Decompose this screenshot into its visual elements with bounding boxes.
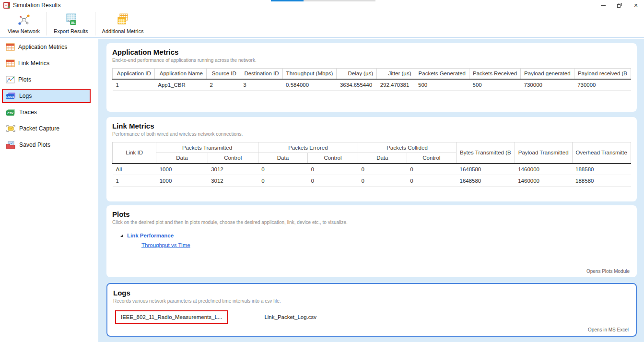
table-header-row: Application ID Application Name Source I… xyxy=(113,69,631,79)
csv-icon: CSV xyxy=(6,108,16,116)
column-header[interactable]: Data xyxy=(156,153,208,164)
column-group-header[interactable]: Packets Errored xyxy=(258,142,358,153)
card-title: Application Metrics xyxy=(112,48,631,56)
tree-expander-icon[interactable] xyxy=(120,234,124,237)
table-row[interactable]: All 1000 3012 0 0 0 0 1648580 1460000 18… xyxy=(113,164,631,175)
tree-group-link-performance[interactable]: Link Performance xyxy=(120,233,631,238)
sidebar-item-plots[interactable]: Plots xyxy=(2,72,91,87)
cell: 1460000 xyxy=(515,175,572,187)
app-icon xyxy=(3,2,10,9)
sidebar: Application Metrics Link Metrics Plots L… xyxy=(0,39,98,342)
export-excel-icon: XL xyxy=(63,13,79,26)
packet-capture-icon xyxy=(6,125,16,132)
table-red-icon xyxy=(6,59,15,67)
additional-metrics-button[interactable]: Additional Metrics xyxy=(96,11,150,37)
tree-group-label[interactable]: Link Performance xyxy=(127,233,174,238)
column-header[interactable]: Throughput (Mbps) xyxy=(282,69,337,79)
cell: 0 xyxy=(407,175,456,187)
window-controls: × xyxy=(595,0,644,11)
sidebar-item-label: Plots xyxy=(18,76,31,83)
sidebar-item-traces[interactable]: CSV Traces xyxy=(2,105,91,119)
cell: 188580 xyxy=(572,164,631,175)
cell: 0 xyxy=(258,175,307,187)
column-header[interactable]: Control xyxy=(308,153,358,164)
logs-badge-text: LOGS xyxy=(6,95,14,98)
column-header[interactable]: Data xyxy=(358,153,407,164)
logs-icon: LOGS xyxy=(6,92,16,100)
column-header[interactable]: Jitter (µs) xyxy=(377,69,415,79)
plots-footer-note: Opens Plots Module xyxy=(586,269,630,274)
cell: 2 xyxy=(206,79,240,91)
xl-badge-text: XL xyxy=(71,21,76,25)
column-header[interactable]: Application ID xyxy=(113,69,155,79)
card-subtitle: Records various network parameters at pr… xyxy=(113,298,630,304)
minimize-button[interactable] xyxy=(595,0,611,11)
plots-card: Plots Click on the desired plot and then… xyxy=(106,205,637,277)
log-file-link-packet-log[interactable]: Link_Packet_Log.csv xyxy=(264,314,316,320)
application-metrics-table: Application ID Application Name Source I… xyxy=(112,68,631,91)
view-network-button[interactable]: View Network xyxy=(2,11,46,37)
cell: 730000 xyxy=(574,79,631,91)
table-header-group-row: Link ID Packets Transmitted Packets Erro… xyxy=(113,142,631,153)
table-row[interactable]: 1 App1_CBR 2 3 0.584000 3634.655440 292.… xyxy=(113,79,631,91)
column-header[interactable]: Application Name xyxy=(154,69,206,79)
plots-tree: Link Performance Throughput vs Time xyxy=(120,233,631,248)
export-results-button[interactable]: XL Export Results xyxy=(48,11,94,37)
column-group-header[interactable]: Packets Collided xyxy=(358,142,456,153)
log-file-radio-measurements[interactable]: IEEE_802_11_Radio_Measurements_L... xyxy=(115,310,228,324)
cell: 1 xyxy=(113,175,156,187)
cell: 1460000 xyxy=(515,164,572,175)
cell: 1648580 xyxy=(456,164,515,175)
column-group-header[interactable]: Packets Transmitted xyxy=(156,142,258,153)
card-subtitle: End-to-end performance of applications r… xyxy=(112,58,631,63)
column-header[interactable]: Packets Received xyxy=(469,69,521,79)
card-title: Logs xyxy=(113,289,630,297)
cell: 500 xyxy=(415,79,469,91)
column-header[interactable]: Payload generated xyxy=(521,69,574,79)
column-header[interactable]: Data xyxy=(258,153,307,164)
table-row[interactable]: 1 1000 3012 0 0 0 0 1648580 1460000 1885… xyxy=(113,175,631,187)
application-metrics-table-wrap: Application ID Application Name Source I… xyxy=(112,68,631,91)
view-network-label: View Network xyxy=(8,28,40,34)
progress-fill xyxy=(271,0,304,1)
csv-badge-text: CSV xyxy=(7,112,13,115)
cell: 188580 xyxy=(572,175,631,187)
plot-link-throughput-vs-time[interactable]: Throughput vs Time xyxy=(141,242,190,248)
sidebar-item-application-metrics[interactable]: Application Metrics xyxy=(2,40,91,54)
column-header[interactable]: Control xyxy=(407,153,456,164)
sidebar-item-label: Saved Plots xyxy=(19,142,50,148)
column-header[interactable]: Delay (µs) xyxy=(337,69,377,79)
cell: All xyxy=(113,164,156,175)
column-header[interactable]: Packets Generated xyxy=(415,69,469,79)
sidebar-item-saved-plots[interactable]: Saved Plots xyxy=(2,138,91,152)
column-header[interactable]: Destination ID xyxy=(240,69,282,79)
column-header[interactable]: Payload Transmitted xyxy=(515,142,572,164)
column-header[interactable]: Link ID xyxy=(113,142,156,164)
sidebar-item-link-metrics[interactable]: Link Metrics xyxy=(2,56,91,71)
card-title: Plots xyxy=(112,210,631,218)
cell: 0 xyxy=(358,175,407,187)
card-subtitle: Click on the desired plot and then in pl… xyxy=(112,220,631,225)
sidebar-item-label: Packet Capture xyxy=(19,125,59,132)
column-header[interactable]: Control xyxy=(208,153,258,164)
close-icon: × xyxy=(634,2,638,9)
restore-button[interactable] xyxy=(611,0,628,11)
close-button[interactable]: × xyxy=(628,0,644,11)
toolbar-separator xyxy=(95,12,95,35)
link-metrics-table: Link ID Packets Transmitted Packets Erro… xyxy=(112,142,631,187)
cell: 1000 xyxy=(156,175,208,187)
column-header[interactable]: Payload received (B xyxy=(574,69,631,79)
cell: 3012 xyxy=(208,175,258,187)
column-header[interactable]: Overhead Transmitte xyxy=(572,142,631,164)
sidebar-item-label: Traces xyxy=(19,109,37,116)
column-header[interactable]: Source ID xyxy=(206,69,240,79)
cell: 0 xyxy=(358,164,407,175)
minimize-icon xyxy=(601,5,606,6)
cell: 0 xyxy=(407,164,456,175)
cell: 1 xyxy=(113,79,155,91)
sidebar-item-logs[interactable]: LOGS Logs xyxy=(2,89,91,103)
column-header[interactable]: Bytes Transmitted (B xyxy=(456,142,515,164)
link-metrics-table-wrap: Link ID Packets Transmitted Packets Erro… xyxy=(112,142,631,187)
application-metrics-card: Application Metrics End-to-end performan… xyxy=(106,43,637,112)
sidebar-item-packet-capture[interactable]: Packet Capture xyxy=(2,121,91,136)
